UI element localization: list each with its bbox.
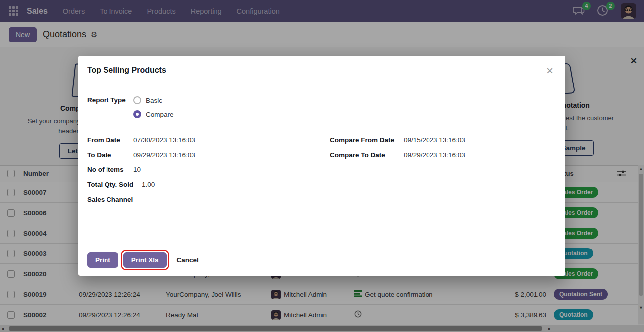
print-button[interactable]: Print [87, 252, 118, 268]
total-qty-sold-label: Total Qty. Sold [87, 181, 142, 188]
print-xls-button[interactable]: Print Xls [123, 252, 167, 268]
report-type-option-compare[interactable]: Compare [133, 110, 174, 118]
compare-from-date-value[interactable]: 09/15/2023 13:16:03 [404, 136, 465, 144]
from-date-value[interactable]: 07/30/2023 13:16:03 [133, 136, 195, 144]
no-of-items-value[interactable]: 10 [133, 166, 141, 173]
cancel-button[interactable]: Cancel [172, 252, 204, 268]
to-date-value[interactable]: 09/29/2023 13:16:03 [133, 151, 195, 159]
compare-to-date-value[interactable]: 09/29/2023 13:16:03 [404, 151, 465, 159]
radio-compare[interactable] [133, 110, 141, 118]
report-type-option-basic[interactable]: Basic [133, 96, 174, 104]
compare-from-date-label: Compare From Date [330, 136, 404, 144]
dialog-title: Top Selling Products [87, 66, 166, 75]
total-qty-sold-value[interactable]: 1.00 [142, 181, 155, 188]
report-type-label: Report Type [87, 96, 133, 104]
no-of-items-label: No of Items [87, 166, 133, 173]
dialog-close-icon[interactable]: × [546, 66, 553, 76]
radio-basic[interactable] [133, 96, 141, 104]
compare-to-date-label: Compare To Date [330, 151, 404, 159]
from-date-label: From Date [87, 136, 133, 144]
sales-channel-label: Sales Channel [87, 196, 142, 203]
to-date-label: To Date [87, 151, 133, 159]
top-selling-products-dialog: Top Selling Products × Report Type Basic… [78, 56, 565, 276]
